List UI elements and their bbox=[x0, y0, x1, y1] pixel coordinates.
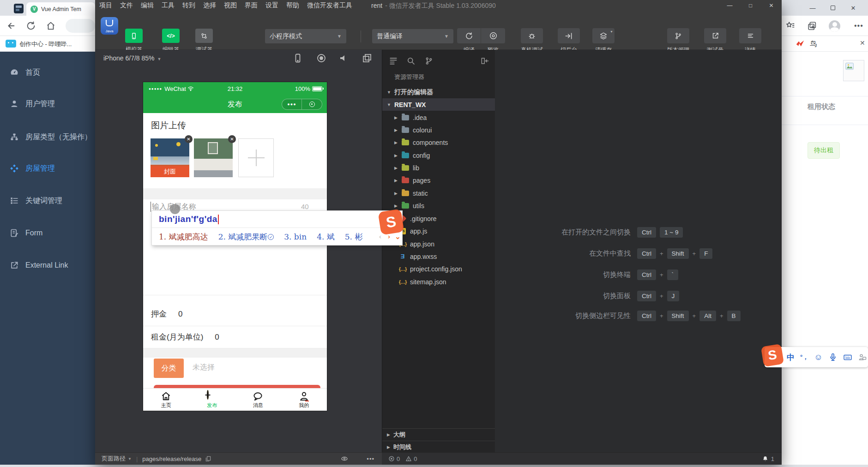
tree-file-projectconfig[interactable]: {…}project.config.json bbox=[382, 263, 495, 275]
exit-button[interactable] bbox=[302, 99, 322, 109]
refresh-icon[interactable] bbox=[26, 21, 36, 31]
multi-window-icon[interactable] bbox=[362, 53, 373, 64]
sidebar-item-house-types[interactable]: 房屋类型（无操作） bbox=[0, 128, 95, 146]
ime-mode-toggle[interactable]: 中 bbox=[787, 352, 795, 363]
back-icon[interactable] bbox=[6, 21, 16, 31]
more-icon[interactable]: ••• bbox=[367, 455, 374, 462]
sidebar-item-external-link[interactable]: External Link bbox=[0, 256, 95, 275]
menu-view[interactable]: 视图 bbox=[224, 1, 237, 10]
sidebar-item-house-management[interactable]: 房屋管理 bbox=[0, 159, 95, 178]
tab-home[interactable]: 主页 bbox=[143, 389, 189, 411]
collections-icon[interactable] bbox=[807, 21, 817, 31]
deposit-field[interactable]: 押金 0 bbox=[143, 302, 327, 326]
browser-restore-button[interactable] bbox=[823, 5, 843, 12]
files-icon[interactable] bbox=[389, 56, 398, 66]
uploaded-image-cover[interactable]: 封面 ✕ bbox=[151, 138, 189, 177]
menu-help[interactable]: 帮助 bbox=[286, 1, 299, 10]
tab-profile[interactable]: 我的 bbox=[281, 389, 327, 411]
sogou-logo[interactable]: S bbox=[761, 344, 784, 367]
search-icon[interactable] bbox=[406, 56, 416, 66]
tree-folder-utils[interactable]: ▶utils bbox=[382, 199, 495, 212]
minimize-button[interactable]: — bbox=[719, 0, 740, 11]
device-select[interactable]: iPhone 6/7/8 85%▼ bbox=[103, 54, 161, 62]
maximize-button[interactable]: □ bbox=[740, 0, 761, 11]
sound-icon[interactable] bbox=[338, 53, 350, 64]
menu-edit[interactable]: 编辑 bbox=[141, 1, 154, 10]
extension-label[interactable]: 鸟 bbox=[810, 40, 817, 48]
menu-settings[interactable]: 设置 bbox=[265, 1, 278, 10]
address-bar[interactable] bbox=[66, 19, 95, 33]
ime-expand-icon[interactable]: ⌄ bbox=[393, 233, 402, 241]
menu-file[interactable]: 文件 bbox=[120, 1, 133, 10]
category-button[interactable]: 分类 bbox=[154, 359, 184, 378]
ime-punct-toggle[interactable]: °， bbox=[800, 353, 808, 361]
ime-candidate-3[interactable]: 3. bin bbox=[284, 232, 307, 241]
sidebar-item-form[interactable]: Form bbox=[0, 224, 95, 242]
outline-section[interactable]: ▶大纲 bbox=[382, 428, 495, 441]
ime-candidate-1[interactable]: 1. 斌减肥高达 bbox=[159, 232, 208, 242]
ime-candidate-5[interactable]: 5. 彬 bbox=[345, 232, 363, 242]
uploaded-image-2[interactable]: ✕ bbox=[194, 138, 233, 177]
browser-close-button[interactable]: ✕ bbox=[843, 5, 863, 12]
menu-select[interactable]: 选择 bbox=[203, 1, 216, 10]
tree-folder-idea[interactable]: ▶.idea bbox=[382, 111, 495, 124]
tree-folder-components[interactable]: ▶components bbox=[382, 136, 495, 149]
ime-candidate-2[interactable]: 2. 斌减肥果断✓ bbox=[218, 232, 274, 242]
browser-minimize-button[interactable]: — bbox=[802, 5, 823, 12]
home-icon[interactable] bbox=[46, 21, 56, 31]
open-editors-section[interactable]: ▼打开的编辑器 bbox=[382, 86, 495, 98]
menu-tools[interactable]: 工具 bbox=[162, 1, 175, 10]
tree-folder-config[interactable]: ▶config bbox=[382, 149, 495, 162]
mode-select[interactable]: 小程序模式▼ bbox=[265, 29, 346, 43]
sidebar-item-users[interactable]: 用户管理 bbox=[0, 95, 95, 113]
ime-candidate-4[interactable]: 4. 斌 bbox=[317, 232, 335, 242]
bilibili-icon[interactable] bbox=[6, 40, 16, 48]
copy-icon[interactable] bbox=[205, 455, 211, 462]
bookmark-item[interactable]: 创作中心 - 哔哩哔... bbox=[19, 40, 72, 48]
delete-image-icon[interactable]: ✕ bbox=[185, 135, 193, 143]
menu-goto[interactable]: 转到 bbox=[182, 1, 195, 10]
close-icon[interactable]: ✕ bbox=[860, 39, 865, 47]
project-root[interactable]: ▼RENT_WX bbox=[382, 98, 495, 111]
profile-avatar[interactable] bbox=[829, 20, 840, 32]
record-icon[interactable] bbox=[316, 53, 327, 64]
errors-indicator[interactable]: 0 bbox=[388, 455, 400, 462]
tree-file-appwxss[interactable]: Ǝapp.wxss bbox=[382, 250, 495, 263]
notifications-indicator[interactable]: 1 bbox=[762, 455, 774, 462]
tree-folder-lib[interactable]: ▶lib bbox=[382, 162, 495, 174]
device-frame-icon[interactable] bbox=[292, 53, 303, 64]
page-path[interactable]: pages/release/release bbox=[142, 455, 201, 462]
tree-folder-static[interactable]: ▶static bbox=[382, 187, 495, 199]
compile-mode-select[interactable]: 普通编译▼ bbox=[372, 29, 453, 43]
toolbox-icon[interactable] bbox=[858, 353, 867, 362]
git-branch-icon[interactable] bbox=[424, 56, 434, 66]
tree-folder-colorui[interactable]: ▶colorui bbox=[382, 124, 495, 136]
extension-bird-icon[interactable] bbox=[795, 39, 805, 49]
keyboard-icon[interactable] bbox=[843, 353, 852, 362]
tree-file-sitemap[interactable]: {…}sitemap.json bbox=[382, 275, 495, 288]
compile-button[interactable] bbox=[457, 28, 481, 43]
more-button[interactable]: ●●● bbox=[282, 99, 302, 109]
sidebar-item-home[interactable]: 首页 bbox=[0, 63, 95, 82]
menu-project[interactable]: 项目 bbox=[99, 1, 112, 10]
timeline-section[interactable]: ▶时间线 bbox=[382, 441, 495, 453]
browser-workspaces-icon[interactable] bbox=[14, 4, 24, 13]
rent-field[interactable]: 租金(月为单位) 0 bbox=[143, 326, 327, 348]
preview-button[interactable] bbox=[481, 28, 505, 43]
sidebar-item-keywords[interactable]: 关键词管理 bbox=[0, 192, 95, 210]
tab-publish[interactable]: 发布 bbox=[189, 389, 235, 411]
tree-folder-pages[interactable]: ▶pages bbox=[382, 174, 495, 186]
menu-interface[interactable]: 界面 bbox=[245, 1, 258, 10]
emoji-icon[interactable]: ☺ bbox=[814, 353, 822, 362]
browser-menu-icon[interactable]: ••• bbox=[854, 22, 863, 30]
path-label[interactable]: 页面路径 bbox=[102, 455, 126, 463]
delete-image-icon[interactable]: ✕ bbox=[228, 135, 236, 143]
add-image-button[interactable] bbox=[238, 138, 274, 177]
collapse-sidebar-icon[interactable] bbox=[480, 56, 489, 66]
close-button[interactable]: ✕ bbox=[761, 0, 782, 11]
browser-tab[interactable]: V Vue Admin Tem bbox=[26, 2, 95, 16]
tab-messages[interactable]: 消息 bbox=[235, 389, 281, 411]
favorites-icon[interactable] bbox=[785, 21, 796, 31]
eye-icon[interactable] bbox=[341, 455, 348, 462]
menu-wechat-devtools[interactable]: 微信开发者工具 bbox=[307, 1, 352, 10]
